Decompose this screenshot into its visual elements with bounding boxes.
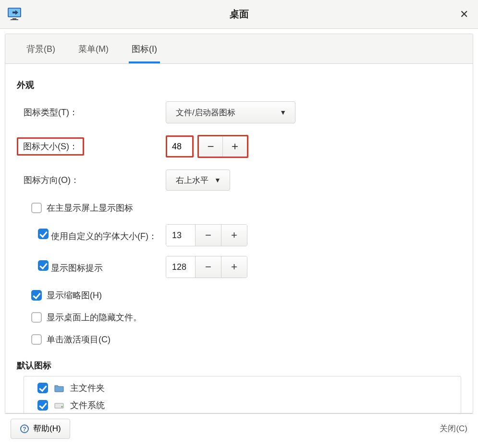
spin-custom-font-size: − + xyxy=(166,224,247,246)
app-icon xyxy=(6,5,23,22)
input-custom-font-size[interactable] xyxy=(166,225,195,246)
section-default-icons-title: 默认图标 xyxy=(17,360,461,371)
default-icons-list: 主文件夹 文件系统 回收站 xyxy=(24,376,461,413)
drive-icon xyxy=(54,400,64,410)
window-title: 桌面 xyxy=(10,8,468,21)
row-show-on-primary: 在主显示屏上显示图标 xyxy=(17,202,461,214)
tab-icons-label: 图标(I) xyxy=(132,43,157,55)
help-button[interactable]: ? 帮助(H) xyxy=(11,419,70,439)
checkbox-default-home[interactable] xyxy=(37,383,48,393)
row-single-click: 单击激活项目(C) xyxy=(17,334,461,345)
label-icon-direction: 图标方向(O)： xyxy=(17,174,166,186)
chevron-down-icon: ▼ xyxy=(214,176,221,184)
footer: ? 帮助(H) 关闭(C) xyxy=(5,413,473,443)
settings-panel: 背景(B) 菜单(M) 图标(I) 外观 图标类型(T)： 文件/启动器图标 ▼ xyxy=(5,34,473,413)
tabs: 背景(B) 菜单(M) 图标(I) xyxy=(5,34,473,64)
tab-background[interactable]: 背景(B) xyxy=(15,34,67,63)
row-show-tooltip: 显示图标提示 − + xyxy=(17,256,461,278)
font-size-plus[interactable]: + xyxy=(221,225,247,246)
label-show-tooltip: 显示图标提示 xyxy=(51,263,103,273)
tab-menu-label: 菜单(M) xyxy=(78,43,109,55)
tooltip-size-minus[interactable]: − xyxy=(195,256,221,278)
row-icon-type: 图标类型(T)： 文件/启动器图标 ▼ xyxy=(17,101,461,123)
row-show-thumbs: 显示缩略图(H) xyxy=(17,290,461,301)
tab-icons[interactable]: 图标(I) xyxy=(120,34,169,63)
help-icon: ? xyxy=(20,424,29,434)
checkbox-custom-font-size[interactable] xyxy=(38,229,49,239)
font-size-minus[interactable]: − xyxy=(195,225,221,246)
svg-text:?: ? xyxy=(23,426,26,433)
section-appearance-title: 外观 xyxy=(17,79,461,91)
titlebar: 桌面 ✕ xyxy=(0,0,478,29)
help-button-label: 帮助(H) xyxy=(33,423,61,434)
label-icon-size: 图标大小(S)： xyxy=(17,137,84,156)
list-item[interactable]: 文件系统 xyxy=(24,397,461,413)
checkbox-show-on-primary[interactable] xyxy=(31,203,42,213)
checkbox-single-click[interactable] xyxy=(31,334,42,345)
svg-point-5 xyxy=(61,406,63,408)
checkbox-show-hidden[interactable] xyxy=(31,312,42,323)
close-button[interactable]: ✕ xyxy=(460,9,468,20)
label-icon-type: 图标类型(T)： xyxy=(17,107,166,118)
svg-rect-3 xyxy=(11,19,18,20)
list-item-label: 文件系统 xyxy=(70,400,105,411)
chevron-down-icon: ▼ xyxy=(280,109,286,116)
select-icon-type[interactable]: 文件/启动器图标 ▼ xyxy=(166,101,295,123)
checkbox-default-filesystem[interactable] xyxy=(37,400,48,411)
label-single-click: 单击激活项目(C) xyxy=(47,334,110,345)
list-item-label: 主文件夹 xyxy=(70,382,105,394)
label-show-hidden: 显示桌面上的隐藏文件。 xyxy=(47,312,142,323)
row-icon-direction: 图标方向(O)： 右上水平 ▼ xyxy=(17,170,461,191)
icon-size-minus[interactable]: − xyxy=(199,136,223,157)
label-show-on-primary: 在主显示屏上显示图标 xyxy=(47,202,133,214)
label-custom-font-size: 使用自定义的字体大小(F)： xyxy=(51,231,157,241)
checkbox-show-tooltip[interactable] xyxy=(38,260,49,271)
list-item[interactable]: 主文件夹 xyxy=(24,379,461,397)
icon-size-plus[interactable]: + xyxy=(223,136,247,157)
folder-icon xyxy=(54,383,64,393)
select-icon-direction[interactable]: 右上水平 ▼ xyxy=(166,170,230,191)
svg-rect-4 xyxy=(55,403,63,408)
svg-rect-2 xyxy=(12,18,16,19)
row-show-hidden: 显示桌面上的隐藏文件。 xyxy=(17,312,461,323)
tab-menu[interactable]: 菜单(M) xyxy=(67,34,120,63)
tooltip-size-plus[interactable]: + xyxy=(221,256,247,278)
close-button-footer[interactable]: 关闭(C) xyxy=(440,423,467,434)
label-show-thumbs: 显示缩略图(H) xyxy=(47,290,102,301)
content-area: 背景(B) 菜单(M) 图标(I) 外观 图标类型(T)： 文件/启动器图标 ▼ xyxy=(0,29,478,448)
input-icon-size[interactable] xyxy=(167,137,192,156)
row-icon-size: 图标大小(S)： − + xyxy=(17,135,461,158)
select-icon-direction-value: 右上水平 xyxy=(176,175,208,186)
input-tooltip-size[interactable] xyxy=(166,256,195,278)
tab-background-label: 背景(B) xyxy=(26,43,55,55)
checkbox-show-thumbs[interactable] xyxy=(31,290,42,301)
spin-tooltip-size: − + xyxy=(166,256,247,278)
row-custom-font-size: 使用自定义的字体大小(F)： − + xyxy=(17,224,461,246)
select-icon-type-value: 文件/启动器图标 xyxy=(176,107,235,118)
form-area: 外观 图标类型(T)： 文件/启动器图标 ▼ 图标大小(S)： xyxy=(5,64,473,413)
